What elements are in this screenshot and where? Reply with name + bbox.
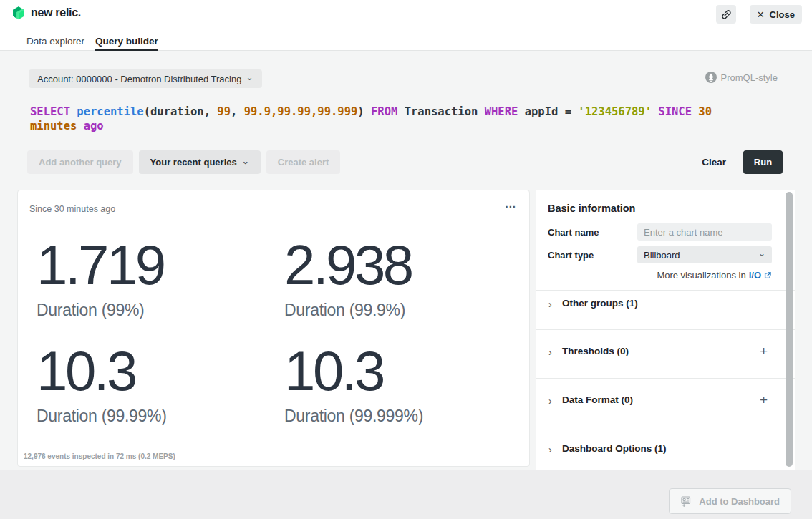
chart-options-menu[interactable]: ... <box>505 198 516 210</box>
chevron-down-icon: ⌄ <box>246 73 253 82</box>
settings-section-header[interactable]: ›Dashboard Options (1) <box>536 443 795 457</box>
chart-name-input[interactable] <box>637 223 772 241</box>
billboard-value: 10.3 <box>284 341 423 401</box>
run-button[interactable]: Run <box>743 150 783 174</box>
section-add-button[interactable]: + <box>760 393 768 407</box>
chevron-down-icon: ⌄ <box>242 157 249 165</box>
io-link[interactable]: I/O <box>749 270 772 281</box>
io-link-label: I/O <box>749 270 761 281</box>
content-area: Account: 0000000 - Demotron Distributed … <box>0 51 812 470</box>
new-relic-logo: new relic. <box>11 6 81 20</box>
header-divider <box>743 7 743 21</box>
recent-queries-label: Your recent queries <box>150 157 237 168</box>
chevron-right-icon: › <box>548 445 552 455</box>
billboard-value: 2.938 <box>284 235 412 295</box>
chevron-right-icon: › <box>548 299 552 309</box>
add-to-dashboard-button[interactable]: Add to Dashboard <box>669 488 791 514</box>
external-link-icon <box>763 271 772 280</box>
section-add-button[interactable]: + <box>760 344 768 359</box>
billboard: 1.719Duration (99%) <box>37 235 164 320</box>
section-label: Dashboard Options (1) <box>562 443 667 454</box>
bottom-bar: Add to Dashboard <box>0 470 812 519</box>
query-text[interactable]: SELECT percentile(duration, 99, 99.9,99.… <box>30 105 753 133</box>
link-icon <box>720 9 732 20</box>
chart-type-value: Billboard <box>644 250 680 261</box>
promql-style-toggle[interactable]: PromQL-style <box>705 72 778 83</box>
chart-name-label: Chart name <box>548 227 599 238</box>
section-label: Other groups (1) <box>562 298 638 309</box>
add-another-query-button[interactable]: Add another query <box>27 150 133 174</box>
tab-data-explorer[interactable]: Data explorer <box>26 31 84 51</box>
recent-queries-dropdown[interactable]: Your recent queries ⌄ <box>139 150 261 174</box>
billboard-label: Duration (99.999%) <box>284 407 423 426</box>
billboard: 2.938Duration (99.9%) <box>284 235 412 320</box>
chart-type-label: Chart type <box>548 250 594 261</box>
settings-scrollbar[interactable] <box>786 192 793 467</box>
billboard-value: 10.3 <box>37 341 167 401</box>
billboard: 10.3Duration (99.999%) <box>284 341 423 426</box>
new-relic-logo-icon <box>11 6 26 20</box>
chart-time-range: Since 30 minutes ago <box>29 204 115 214</box>
section-divider <box>536 427 795 427</box>
billboard-label: Duration (99.9%) <box>284 301 412 320</box>
more-viz-text: More visualizations in <box>657 270 745 281</box>
section-label: Data Format (0) <box>562 394 633 405</box>
chevron-right-icon: › <box>548 396 552 406</box>
settings-section-header[interactable]: ›Other groups (1) <box>536 298 795 312</box>
add-to-dashboard-label: Add to Dashboard <box>699 496 780 507</box>
prometheus-icon <box>705 72 717 83</box>
promql-label: PromQL-style <box>721 72 778 83</box>
close-icon: ✕ <box>757 9 765 20</box>
section-divider <box>536 329 795 330</box>
settings-section-header[interactable]: ›Thresholds (0)+ <box>536 346 795 360</box>
billboard-value: 1.719 <box>37 235 164 295</box>
brand-text: new relic. <box>31 6 81 19</box>
section-divider <box>536 290 795 291</box>
clear-button[interactable]: Clear <box>702 157 726 168</box>
close-label: Close <box>770 9 795 20</box>
billboard: 10.3Duration (99.99%) <box>37 341 167 426</box>
account-dropdown[interactable]: Account: 0000000 - Demotron Distributed … <box>29 69 262 88</box>
account-label: Account: 0000000 - Demotron Distributed … <box>37 74 241 84</box>
section-label: Thresholds (0) <box>562 346 629 356</box>
tab-query-builder[interactable]: Query builder <box>95 31 158 51</box>
chart-settings-panel: Basic information Chart name Chart type … <box>536 190 795 470</box>
chevron-right-icon: › <box>548 347 552 357</box>
create-alert-button[interactable]: Create alert <box>266 150 341 174</box>
settings-section-header[interactable]: ›Data Format (0)+ <box>536 394 795 409</box>
app-header: new relic. ✕ Close <box>0 0 812 29</box>
chart-preview-card: Since 30 minutes ago ... 1.719Duration (… <box>17 190 530 467</box>
tab-bar: Data explorer Query builder <box>0 29 812 51</box>
chart-type-select[interactable]: Billboard ⌄ <box>637 246 772 263</box>
add-to-dashboard-icon <box>680 495 692 508</box>
close-button[interactable]: ✕ Close <box>750 5 802 24</box>
settings-title: Basic information <box>548 203 635 214</box>
section-divider <box>536 378 795 379</box>
billboard-label: Duration (99.99%) <box>37 407 167 426</box>
events-inspected-note: 12,976 events inspected in 72 ms (0.2 ME… <box>24 452 175 460</box>
chevron-down-icon: ⌄ <box>758 249 765 258</box>
billboard-label: Duration (99%) <box>37 301 164 320</box>
copy-link-button[interactable] <box>716 5 736 24</box>
